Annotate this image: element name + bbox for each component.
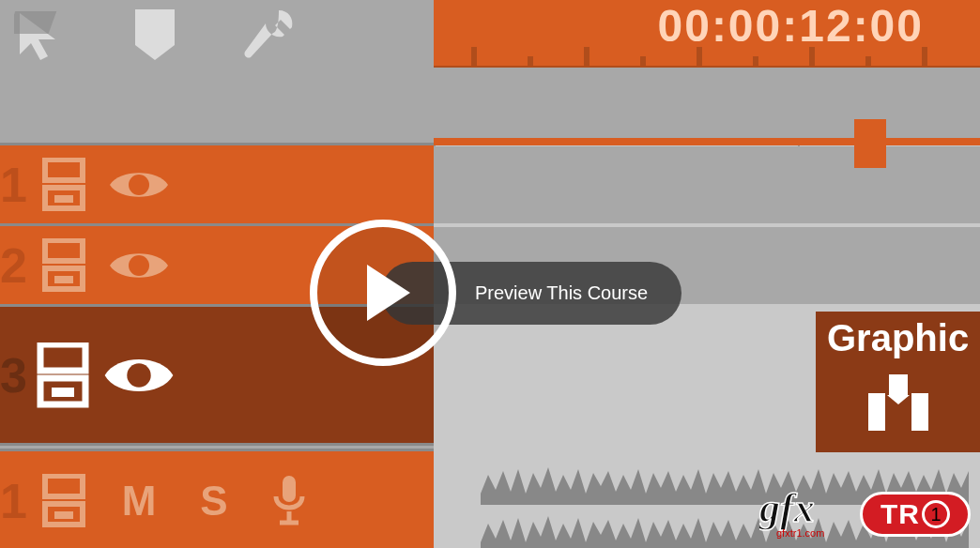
track-number: 1 [0,157,26,213]
graphic-fx-icon [816,374,980,431]
track-divider [0,443,434,446]
keyframe-line[interactable] [434,138,980,145]
svg-rect-15 [54,511,73,519]
watermark-gfx: gfx gfxtr1.com [759,484,858,540]
svg-text:gfxtr1.com: gfxtr1.com [776,527,824,539]
marker-icon[interactable] [122,0,188,75]
track-number: 1 [0,473,26,529]
track-number: 3 [0,347,26,403]
arrow-select-icon[interactable] [9,0,75,75]
toggle-output-icon[interactable] [26,474,101,528]
svg-rect-20 [868,393,885,431]
svg-text:gfx: gfx [759,485,815,531]
eye-icon[interactable] [101,350,176,401]
svg-rect-5 [45,240,83,261]
mute-button[interactable]: M [101,478,176,525]
svg-rect-19 [889,374,908,397]
toolbar [0,0,434,143]
clip-label: Graphic [816,312,980,365]
play-icon [367,265,410,321]
svg-point-8 [129,255,149,276]
editor-container: 1 2 3 [0,0,980,548]
audio-track-1[interactable]: 1 M S [0,449,434,548]
svg-rect-21 [911,393,928,431]
video-track-1[interactable]: 1 [0,143,434,223]
svg-point-12 [127,363,150,387]
svg-rect-7 [54,276,73,283]
svg-rect-9 [40,344,85,371]
mic-icon[interactable] [252,474,327,528]
track-number: 2 [0,237,26,294]
svg-rect-1 [45,160,83,180]
svg-point-4 [129,175,149,195]
svg-rect-11 [52,388,74,397]
watermark-tr1: TR 1 [860,492,971,537]
toggle-output-icon[interactable] [26,342,101,408]
svg-rect-0 [14,11,56,34]
svg-rect-16 [283,476,296,502]
toggle-output-icon[interactable] [26,238,101,293]
eye-icon[interactable] [101,165,176,205]
timeline-empty-band [434,68,980,143]
graphic-clip[interactable]: Graphic [816,312,980,452]
timeline-ruler[interactable]: 00:00:12:00 [434,0,980,68]
eye-icon[interactable] [101,246,176,285]
timeline-row-v1 [434,146,980,223]
ruler-ticks [434,47,980,66]
keyframe-handle[interactable] [854,119,886,168]
wrench-icon[interactable] [235,0,300,75]
play-button[interactable] [310,220,456,366]
svg-rect-3 [54,195,73,203]
svg-rect-13 [45,476,83,496]
play-overlay: Preview This Course [310,220,681,366]
solo-button[interactable]: S [176,478,252,525]
toggle-output-icon[interactable] [26,158,101,212]
timecode-label: 00:00:12:00 [657,0,924,52]
